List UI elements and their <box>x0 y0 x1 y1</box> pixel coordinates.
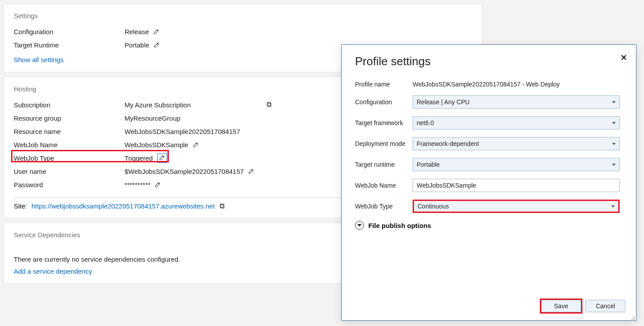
deployment-mode-select[interactable]: Framework-dependent <box>413 137 620 150</box>
copy-icon[interactable] <box>266 102 273 108</box>
subscription-value: My Azure Subscription <box>125 101 191 109</box>
resize-grip-icon[interactable] <box>630 314 635 319</box>
resource-group-value: MyResourceGroup <box>125 114 180 122</box>
site-url-link[interactable]: https://webjobssdksample20220517084157.a… <box>31 202 215 210</box>
profile-name-value: WebJobsSDKSample20220517084157 - Web Dep… <box>413 81 623 88</box>
resource-name-label: Resource name <box>14 128 125 135</box>
dialog-footer: Save Cancel <box>541 300 625 312</box>
dialog-webjob-name-label: WebJob Name <box>355 182 413 189</box>
pencil-icon[interactable] <box>153 28 160 35</box>
add-service-dependency-link[interactable]: Add a service dependency <box>14 267 92 275</box>
show-all-settings-link[interactable]: Show all settings <box>14 56 64 63</box>
profile-name-label: Profile name <box>355 81 413 88</box>
deployment-mode-select-value: Framework-dependent <box>417 140 479 147</box>
target-runtime-select-value: Portable <box>417 161 440 168</box>
form-row-deployment-mode: Deployment mode Framework-dependent <box>355 137 623 150</box>
profile-settings-dialog: ✕ Profile settings Profile name WebJobsS… <box>341 44 636 321</box>
chevron-down-icon <box>612 143 616 145</box>
resource-group-label: Resource group <box>14 114 125 122</box>
password-label: Password <box>14 181 125 189</box>
webjob-type-value: Triggered <box>125 154 153 162</box>
form-row-target-runtime: Target runtime Portable <box>355 158 623 171</box>
configuration-select[interactable]: Release | Any CPU <box>413 95 620 109</box>
webjob-type-select[interactable]: Continuous <box>413 200 620 213</box>
form-row-target-framework: Target framework net6.0 <box>355 116 623 130</box>
close-icon[interactable]: ✕ <box>621 53 627 63</box>
pencil-icon[interactable] <box>154 42 160 48</box>
user-name-value: $WebJobsSDKSample20220517084157 <box>125 168 244 175</box>
file-publish-label: File publish options <box>368 222 431 229</box>
dialog-title: Profile settings <box>355 55 623 68</box>
pencil-highlight <box>157 153 167 163</box>
webjob-name-value: WebJobsSDKSample <box>125 141 188 149</box>
settings-title: Settings <box>14 12 472 20</box>
form-row-configuration: Configuration Release | Any CPU <box>355 95 623 109</box>
svg-rect-0 <box>268 103 271 107</box>
dialog-configuration-label: Configuration <box>355 98 413 106</box>
copy-icon[interactable] <box>219 203 226 209</box>
svg-rect-3 <box>220 204 223 207</box>
pencil-icon[interactable] <box>193 141 199 148</box>
pencil-icon[interactable] <box>155 181 161 188</box>
resource-name-value: WebJobsSDKSample20220517084157 <box>125 128 240 135</box>
configuration-label: Configuration <box>14 28 125 35</box>
chevron-down-icon <box>612 101 616 103</box>
cancel-button[interactable]: Cancel <box>585 300 625 312</box>
configuration-value: Release <box>125 28 149 35</box>
svg-rect-2 <box>221 204 224 208</box>
form-row-webjob-type: WebJob Type Continuous <box>355 200 623 213</box>
webjob-name-input[interactable] <box>413 179 620 192</box>
configuration-select-value: Release | Any CPU <box>417 98 470 106</box>
target-runtime-select[interactable]: Portable <box>413 158 620 171</box>
form-row-profile-name: Profile name WebJobsSDKSample20220517084… <box>355 81 623 88</box>
expand-circle-icon <box>355 221 364 230</box>
user-name-label: User name <box>14 168 125 175</box>
pencil-icon[interactable] <box>159 154 165 161</box>
save-button[interactable]: Save <box>541 300 581 312</box>
target-framework-select-value: net6.0 <box>417 119 434 126</box>
password-value: ********** <box>125 181 150 189</box>
dialog-target-runtime-label: Target runtime <box>355 161 413 168</box>
pencil-icon[interactable] <box>248 168 254 174</box>
webjob-type-select-value: Continuous <box>418 203 449 210</box>
file-publish-options-expander[interactable]: File publish options <box>355 221 623 230</box>
target-runtime-value: Portable <box>125 41 149 49</box>
target-runtime-label: Target Runtime <box>14 41 125 49</box>
chevron-down-icon <box>611 205 615 208</box>
settings-row-configuration: Configuration Release <box>14 25 472 38</box>
subscription-label: Subscription <box>14 101 125 109</box>
form-row-webjob-name: WebJob Name <box>355 179 623 192</box>
chevron-down-icon <box>612 122 616 124</box>
dialog-target-framework-label: Target framework <box>355 119 413 126</box>
svg-rect-1 <box>267 102 270 106</box>
dialog-webjob-type-label: WebJob Type <box>355 203 413 210</box>
webjob-type-label: WebJob Type <box>14 154 125 162</box>
target-framework-select[interactable]: net6.0 <box>413 116 620 130</box>
dialog-deployment-mode-label: Deployment mode <box>355 140 413 147</box>
site-label: Site: <box>14 202 27 210</box>
chevron-down-icon <box>612 164 616 166</box>
chevron-down-icon <box>357 224 362 227</box>
webjob-name-label: WebJob Name <box>14 141 125 149</box>
